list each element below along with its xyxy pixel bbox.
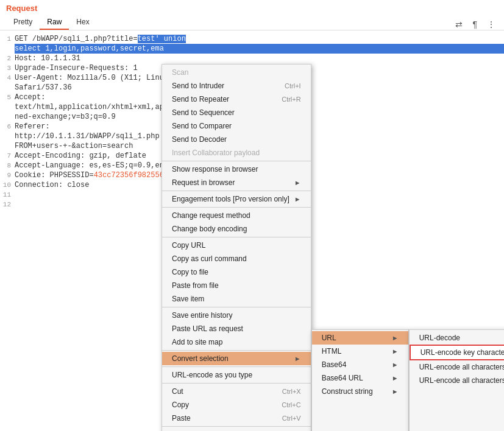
tab-pretty[interactable]: Pretty <box>6 15 40 30</box>
menu-item-copy[interactable]: CopyCtrl+C <box>162 398 311 412</box>
menu-separator <box>162 350 311 351</box>
menu-item-comparer[interactable]: Send to Comparer <box>162 119 311 133</box>
menu-separator <box>162 161 311 161</box>
menu-item-url-encode-type[interactable]: URL-encode as you type <box>162 368 311 382</box>
menu-separator <box>162 383 311 384</box>
submenu-item-url[interactable]: URL► <box>312 331 408 345</box>
menu-item-save-item[interactable]: Save item <box>162 292 311 306</box>
submenu-url-options: URL-decodeCtrl+Shift+U URL-encode key ch… <box>409 329 504 431</box>
menu-item-paste-from-file[interactable]: Paste from file <box>162 279 311 292</box>
toolbar-right: ⇄ ¶ ⋮ <box>453 18 498 30</box>
menu-item-save-history[interactable]: Save entire history <box>162 309 311 322</box>
wrap-icon[interactable]: ⇄ <box>453 18 465 30</box>
menu-item-msg-doc[interactable]: Message editor documentation <box>162 428 311 431</box>
menu-item-decoder[interactable]: Send to Decoder <box>162 133 311 146</box>
cookie-value: 43cc72356f982556 <box>94 171 164 180</box>
code-line: 1 GET /bWAPP/sqli_1.php?title=test' unio… <box>0 34 504 44</box>
menu-item-add-sitemap[interactable]: Add to site map <box>162 335 311 349</box>
submenu-url-encode-all[interactable]: URL-encode all characters <box>410 360 504 374</box>
menu-separator <box>162 366 311 367</box>
more-icon[interactable]: ⋮ <box>484 18 498 30</box>
menu-item-sequencer[interactable]: Send to Sequencer <box>162 106 311 119</box>
menu-item-paste-url[interactable]: Paste URL as request <box>162 322 311 335</box>
tab-bar: Pretty Raw Hex <box>6 15 498 30</box>
menu-separator <box>162 207 311 208</box>
main-window: Request Pretty Raw Hex ⇄ ¶ ⋮ 1 GET /bWAP… <box>0 0 504 431</box>
tab-raw[interactable]: Raw <box>40 15 69 30</box>
selection-highlight: test' union <box>138 35 186 43</box>
panel-title: Request <box>6 4 498 13</box>
code-line: 2 Host: 10.1.1.31 <box>0 54 504 63</box>
submenu-item-construct[interactable]: Construct string► <box>312 385 408 398</box>
menu-separator <box>162 307 311 307</box>
menu-item-copy-curl[interactable]: Copy as curl command <box>162 252 311 265</box>
submenu-url-encode-key[interactable]: URL-encode key charactersCtrl+U <box>410 345 504 360</box>
menu-item-show-response[interactable]: Show response in browser <box>162 163 311 176</box>
submenu-item-base64[interactable]: Base64► <box>312 358 408 371</box>
code-line: select 1,login,password,secret,ema <box>0 44 504 54</box>
tab-hex[interactable]: Hex <box>69 15 96 30</box>
submenu-url-encode-all-unicode[interactable]: URL-encode all characters (Unicode) <box>410 374 504 387</box>
menu-item-change-method[interactable]: Change request method <box>162 209 311 222</box>
context-menu: Scan Send to IntruderCtrl+I Send to Repe… <box>161 64 311 431</box>
submenu-item-html[interactable]: HTML► <box>312 345 408 358</box>
menu-item-cut[interactable]: CutCtrl+X <box>162 385 311 398</box>
title-bar: Request Pretty Raw Hex ⇄ ¶ ⋮ <box>0 0 504 30</box>
submenu-convert: URL► HTML► Base64► Base64 URL► Construct… <box>311 329 409 431</box>
content-area: 1 GET /bWAPP/sqli_1.php?title=test' unio… <box>0 30 504 431</box>
context-menu-container: Scan Send to IntruderCtrl+I Send to Repe… <box>161 64 504 431</box>
submenu-item-base64url[interactable]: Base64 URL► <box>312 371 408 385</box>
menu-item-request-browser[interactable]: Request in browser► <box>162 176 311 189</box>
menu-item-repeater[interactable]: Send to RepeaterCtrl+R <box>162 93 311 106</box>
menu-item-engagement[interactable]: Engagement tools [Pro version only]► <box>162 192 311 206</box>
menu-item-collaborator: Insert Collaborator payload <box>162 146 311 159</box>
menu-item-convert-selection[interactable]: Convert selection► <box>162 352 311 365</box>
menu-item-copy-url[interactable]: Copy URL <box>162 239 311 252</box>
menu-item-copy-to-file[interactable]: Copy to file <box>162 265 311 279</box>
menu-separator <box>162 237 311 237</box>
menu-item-paste[interactable]: PasteCtrl+V <box>162 412 311 425</box>
menu-item-change-encoding[interactable]: Change body encoding <box>162 222 311 236</box>
menu-item-scan: Scan <box>162 66 311 79</box>
menu-item-intruder[interactable]: Send to IntruderCtrl+I <box>162 79 311 93</box>
menu-separator <box>162 191 311 191</box>
submenu-url-decode[interactable]: URL-decodeCtrl+Shift+U <box>410 331 504 345</box>
newline-icon[interactable]: ¶ <box>470 18 480 30</box>
menu-separator <box>162 426 311 427</box>
